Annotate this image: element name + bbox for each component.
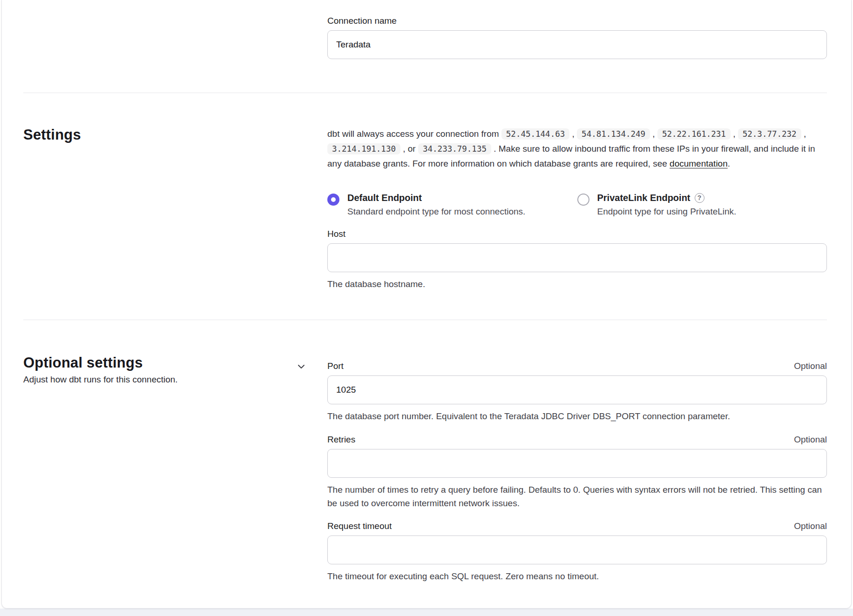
radio-label-text: PrivateLink Endpoint	[597, 193, 691, 203]
radio-label: Default Endpoint	[347, 193, 525, 203]
port-optional-badge: Optional	[794, 361, 827, 371]
radio-description: Endpoint type for using PrivateLink.	[597, 207, 737, 217]
connection-name-section: Connection name	[23, 0, 827, 93]
port-field: Port Optional The database port number. …	[327, 361, 827, 423]
ip-chip: 3.214.191.130	[327, 143, 400, 154]
host-field: Host The database hostname.	[327, 229, 827, 291]
retries-helper-text: The number of times to retry a query bef…	[327, 483, 827, 510]
port-label: Port	[327, 361, 344, 371]
ip-chip: 52.22.161.231	[657, 128, 731, 140]
request-timeout-input[interactable]	[327, 536, 827, 564]
retries-optional-badge: Optional	[794, 435, 827, 445]
request-timeout-helper-text: The timeout for executing each SQL reque…	[327, 569, 827, 583]
host-input[interactable]	[327, 243, 827, 272]
connection-name-input[interactable]	[327, 30, 827, 59]
ip-chip: 52.45.144.63	[501, 128, 569, 140]
ip-chip: 34.233.79.135	[418, 143, 491, 154]
endpoint-radio-group: Default Endpoint Standard endpoint type …	[327, 193, 827, 217]
port-input[interactable]	[327, 375, 827, 404]
documentation-link[interactable]: documentation	[670, 159, 728, 168]
connection-settings-card: Connection name Settings dbt will always…	[1, 0, 852, 609]
port-helper-text: The database port number. Equivalent to …	[327, 409, 827, 423]
radio-label: PrivateLink Endpoint ?	[597, 193, 737, 203]
help-icon[interactable]: ?	[695, 193, 704, 203]
page-background-strip	[0, 609, 853, 616]
retries-input[interactable]	[327, 449, 827, 478]
connection-name-label: Connection name	[327, 16, 827, 26]
radio-unselected-icon[interactable]	[577, 194, 589, 206]
optional-settings-section: Optional settings Adjust how dbt runs fo…	[23, 320, 827, 583]
retries-field: Retries Optional The number of times to …	[327, 435, 827, 510]
chevron-down-icon[interactable]	[296, 361, 307, 372]
optional-settings-heading: Optional settings	[23, 355, 178, 371]
radio-selected-icon[interactable]	[327, 194, 339, 206]
request-timeout-optional-badge: Optional	[794, 521, 827, 531]
radio-privatelink-endpoint[interactable]: PrivateLink Endpoint ? Endpoint type for…	[577, 193, 827, 217]
settings-section: Settings dbt will always access your con…	[23, 93, 827, 320]
host-label: Host	[327, 229, 345, 239]
radio-description: Standard endpoint type for most connecti…	[347, 207, 525, 217]
optional-settings-subheading: Adjust how dbt runs for this connection.	[23, 375, 178, 385]
connection-name-left-spacer	[23, 16, 327, 59]
retries-label: Retries	[327, 435, 355, 445]
ip-chip: 52.3.77.232	[738, 128, 801, 140]
ip-chip: 54.81.134.249	[577, 128, 650, 140]
request-timeout-field: Request timeout Optional The timeout for…	[327, 521, 827, 583]
settings-heading: Settings	[23, 127, 307, 143]
ip-paragraph: dbt will always access your connection f…	[327, 127, 827, 171]
host-helper-text: The database hostname.	[327, 277, 827, 291]
request-timeout-label: Request timeout	[327, 521, 392, 531]
radio-default-endpoint[interactable]: Default Endpoint Standard endpoint type …	[327, 193, 577, 217]
